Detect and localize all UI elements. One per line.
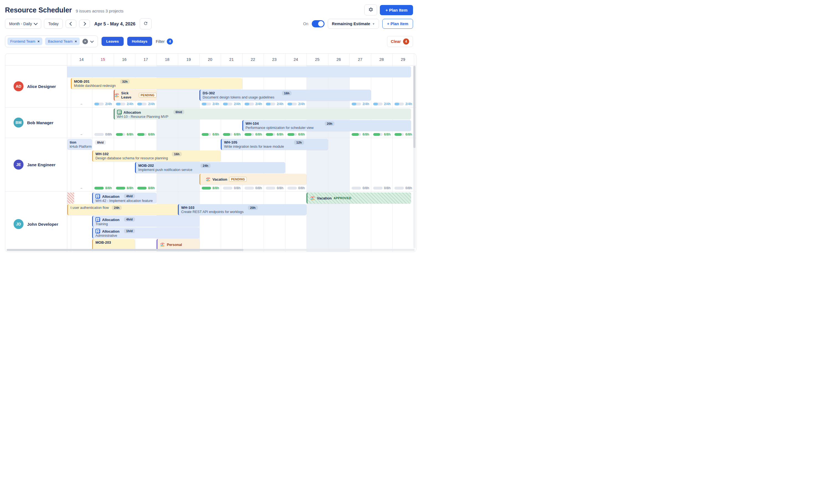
holidays-button[interactable]: Holidays [127, 37, 152, 46]
vertical-scrollbar[interactable] [413, 66, 416, 248]
chevron-down-icon[interactable] [90, 39, 94, 43]
chevron-right-icon [82, 22, 86, 26]
vacation-bar[interactable]: 🏖️VacationPENDING [200, 174, 307, 185]
day-header-16[interactable]: 16 [114, 54, 135, 65]
wh-103-bar[interactable]: WH-103Create REST API endpoints for work… [178, 204, 306, 215]
day-header-25[interactable]: 25 [306, 54, 328, 65]
capacity-pill [94, 187, 104, 190]
leave-title: Sick Leave [121, 91, 137, 99]
leaves-button[interactable]: Leaves [101, 37, 124, 46]
allocation-bar[interactable]: AllocationWH-42 - Implement allocation f… [92, 193, 156, 203]
mob-201-bar[interactable]: MOB-201Mobile dashboard redesign32h [71, 78, 242, 89]
estimate-badge: 24h [201, 163, 210, 168]
day-header-14[interactable]: 14 [71, 54, 92, 65]
capacity-pill [352, 187, 361, 190]
capacity-cell-day-14: – [71, 186, 92, 191]
strip-blue-bar[interactable] [67, 66, 411, 77]
day-header-20[interactable]: 20 [200, 54, 221, 65]
remove-chip-icon[interactable]: × [38, 39, 40, 43]
estimate-select[interactable]: Remaining Estimate ▼ [328, 19, 379, 29]
bar-title: MOB-201 [72, 78, 242, 83]
chevron-left-icon [70, 22, 73, 26]
plan-item-button-top[interactable]: + Plan Item [380, 5, 413, 15]
day-header-23[interactable]: 23 [264, 54, 285, 65]
prev-period-button[interactable] [65, 20, 76, 28]
yellow-bar[interactable]: t user authentication flow24h [67, 204, 178, 215]
estimate-badge: 8h/d [95, 140, 106, 145]
day-header-24[interactable]: 24 [285, 54, 307, 65]
bar-subtitle: Create REST API endpoints for worklogs [179, 210, 306, 214]
beach-umbrella-icon: 🏖️ [206, 177, 210, 181]
mob-203-bar[interactable]: MOB-203 [92, 239, 135, 250]
avatar: AD [14, 81, 23, 91]
chip-label: Backend Team [48, 39, 73, 43]
wh-102-bar[interactable]: WH-102Design database schema for resourc… [92, 151, 221, 161]
estimate-badge: 24h [112, 206, 122, 210]
toggle-label: On [303, 22, 308, 26]
tion-bar[interactable]: tionkHub Platform8h/d [67, 139, 92, 150]
capacity-cell-day-20: 6/8h [200, 132, 221, 137]
day-header-22[interactable]: 22 [242, 54, 264, 65]
estimate-badge: 20h [248, 206, 258, 210]
next-period-button[interactable] [79, 20, 90, 28]
allocation-bar[interactable]: AllocationAdministrative1h/d [92, 227, 200, 238]
filter-label: Filter [156, 39, 165, 44]
team-filter-select[interactable]: Frontend Team × Backend Team × ✕ [5, 35, 98, 47]
horizontal-scrollbar[interactable] [7, 249, 415, 251]
filter-chip-backend[interactable]: Backend Team × [45, 38, 80, 45]
sick-leave-bar[interactable]: 🏖️Sick LeavePENDING [114, 90, 156, 101]
capacity-label: 8/8h [212, 186, 219, 190]
leave-content: 🏖️Personal [157, 239, 200, 250]
capacity-cell-day-27: 6/8h [349, 132, 371, 137]
leave-content: 🏖️Sick LeavePENDING [115, 90, 156, 101]
vacation-bar[interactable]: 🏖️VacationAPPROVED [306, 193, 411, 203]
filter-indicator[interactable]: Filter 4 [156, 38, 173, 44]
capacity-label: 2/4h [127, 102, 133, 106]
refresh-button[interactable] [140, 18, 152, 29]
capacity-cell-day-14: – [71, 101, 92, 106]
vertical-scrollbar-thumb[interactable] [413, 66, 416, 148]
settings-button[interactable] [364, 4, 377, 16]
capacity-label: 2/4h [148, 102, 155, 106]
estimate-toggle[interactable] [312, 20, 324, 27]
leave-title: Personal [167, 243, 182, 247]
day-header-21[interactable]: 21 [221, 54, 242, 65]
ds-302-bar[interactable]: DS-302Document design tokens and usage g… [200, 90, 371, 101]
avatar: JD [14, 219, 23, 229]
status-badge: APPROVED [334, 196, 351, 200]
allocation-bar[interactable]: AllocationWH-10 - Resource Planning MVP6… [114, 109, 411, 119]
day-header-19[interactable]: 19 [178, 54, 200, 65]
day-header-27[interactable]: 27 [349, 54, 371, 65]
today-button[interactable]: Today [44, 19, 62, 29]
bar-title: WH-103 [179, 204, 306, 210]
mob-202-bar[interactable]: MOB-202Implement push notification servi… [135, 162, 285, 173]
remove-chip-icon[interactable]: × [75, 39, 77, 43]
clear-filters-button[interactable]: Clear 4 [387, 36, 413, 47]
horizontal-scrollbar-thumb[interactable] [7, 249, 244, 251]
capacity-cell-day-29: 0/8h [392, 186, 414, 191]
plan-item-button-toolbar[interactable]: + Plan Item [382, 19, 413, 29]
wh-105-bar[interactable]: WH-105Write integration tests for leave … [221, 139, 328, 150]
estimate-badge: 4h/d [124, 194, 135, 198]
capacity-pill [94, 133, 104, 136]
day-header-26[interactable]: 26 [328, 54, 350, 65]
filter-row: Frontend Team × Backend Team × ✕ Leaves … [5, 35, 413, 47]
filter-count-badge: 4 [167, 38, 173, 44]
day-header-28[interactable]: 28 [371, 54, 393, 65]
leave-red-cut-bar[interactable] [67, 193, 74, 203]
allocation-bar[interactable]: AllocationTraining4h/d [92, 216, 200, 227]
avatar: JE [14, 160, 23, 170]
day-header-18[interactable]: 18 [156, 54, 178, 65]
wh-104-bar[interactable]: WH-104Performance optimization for sched… [242, 120, 411, 131]
triangle-down-icon: ▼ [372, 22, 375, 25]
bar-title: WH-105 [222, 139, 328, 144]
filter-chip-frontend[interactable]: Frontend Team × [7, 38, 42, 45]
view-mode-select[interactable]: Month - Daily [5, 19, 41, 29]
personal-bar[interactable]: 🏖️Personal [156, 239, 200, 250]
day-header-17[interactable]: 17 [135, 54, 156, 65]
day-header-29[interactable]: 29 [392, 54, 414, 65]
day-header-15[interactable]: 15 [92, 54, 114, 65]
capacity-cell-day-15: 2/4h [92, 101, 114, 106]
day-gridline-22 [242, 54, 243, 252]
clear-all-chips-icon[interactable]: ✕ [82, 39, 88, 44]
